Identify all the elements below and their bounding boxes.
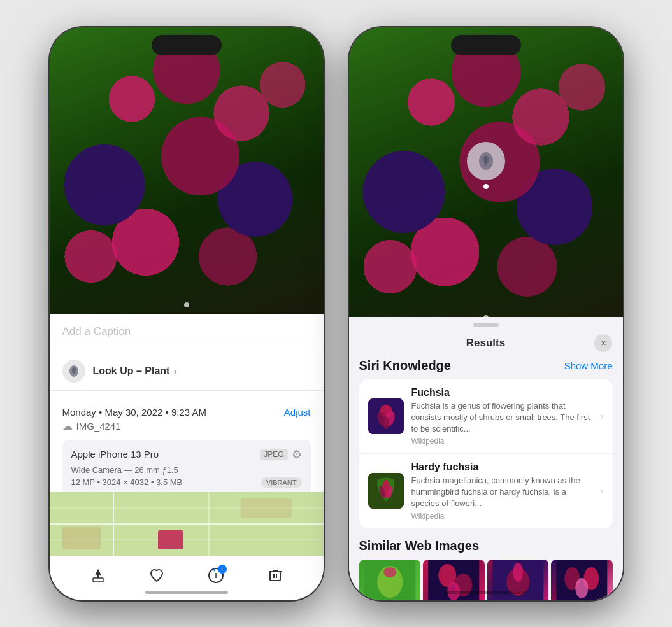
right-phone-screen: Results × Siri Knowledge Show More <box>349 27 623 600</box>
share-icon[interactable] <box>90 568 106 587</box>
photo-area-left[interactable] <box>50 27 324 314</box>
lookup-chevron: › <box>174 366 177 376</box>
visual-lookup-dot <box>483 184 489 189</box>
results-body: Siri Knowledge Show More <box>349 358 623 600</box>
svg-rect-9 <box>241 498 292 518</box>
info-icon[interactable]: i i <box>208 567 224 588</box>
date-row: Monday • May 30, 2022 • 9:23 AM Adjust <box>62 407 311 418</box>
device-header: Apple iPhone 13 Pro JPEG ⚙ <box>71 447 302 461</box>
right-phone: Results × Siri Knowledge Show More <box>349 27 623 600</box>
hardy-thumbnail <box>368 473 404 509</box>
left-phone: Add a Caption Look Up – Plant › <box>50 27 324 600</box>
lookup-label: Look Up – Plant › <box>93 365 177 377</box>
cloud-icon: ☁ <box>62 420 73 432</box>
results-handle[interactable] <box>473 323 499 327</box>
fuchsia-item[interactable]: Fuchsia Fuchsia is a genus of flowering … <box>359 379 613 454</box>
svg-rect-15 <box>270 572 280 581</box>
left-toolbar: i i <box>50 562 324 588</box>
hardy-content: Hardy fuchsia Fuchsia magellanica, commo… <box>411 461 593 521</box>
fuchsia-content: Fuchsia Fuchsia is a genus of flowering … <box>411 387 593 446</box>
dynamic-island-left <box>152 35 222 55</box>
hardy-source: Wikipedia <box>411 512 593 521</box>
lookup-icon <box>62 360 85 383</box>
results-panel: Results × Siri Knowledge Show More <box>349 317 623 600</box>
hardy-title: Hardy fuchsia <box>411 461 593 473</box>
hardy-desc: Fuchsia magellanica, commonly known as t… <box>411 475 593 510</box>
similar-image-2[interactable] <box>423 560 485 600</box>
home-indicator-left <box>145 591 228 594</box>
flower-photo-left <box>50 27 324 314</box>
svg-point-32 <box>383 567 396 577</box>
svg-point-39 <box>513 563 523 582</box>
camera-spec: Wide Camera — 26 mm ƒ1.5 <box>71 465 302 475</box>
photo-date: Monday • May 30, 2022 • 9:23 AM <box>62 407 206 418</box>
similar-image-3[interactable] <box>487 560 549 600</box>
camera-spec2: 12 MP • 3024 × 4032 • 3.5 MB VIBRANT <box>71 477 302 488</box>
favorite-icon[interactable] <box>149 568 164 587</box>
adjust-button[interactable]: Adjust <box>284 407 311 418</box>
lookup-bold: Look Up – <box>93 365 142 376</box>
flower-overlay-left <box>50 27 324 314</box>
gear-icon: ⚙ <box>292 447 302 461</box>
similar-image-4[interactable] <box>551 560 613 600</box>
device-badges: JPEG ⚙ <box>260 447 301 461</box>
svg-point-25 <box>383 416 389 429</box>
hardy-chevron: › <box>600 485 603 497</box>
svg-rect-12 <box>93 578 103 582</box>
device-name: Apple iPhone 13 Pro <box>71 449 159 460</box>
fuchsia-desc: Fuchsia is a genus of flowering plants t… <box>411 400 593 435</box>
tone-badge: VIBRANT <box>261 477 302 488</box>
visual-lookup-button[interactable] <box>467 142 505 180</box>
photo-area-right[interactable] <box>349 27 623 327</box>
caption-placeholder: Add a Caption <box>62 325 131 337</box>
dynamic-island-right <box>451 35 521 55</box>
similar-title: Similar Web Images <box>359 539 613 553</box>
left-phone-screen: Add a Caption Look Up – Plant › <box>50 27 324 600</box>
results-header: Results × <box>349 330 623 358</box>
svg-rect-10 <box>158 530 183 549</box>
close-button[interactable]: × <box>594 334 612 352</box>
lookup-row[interactable]: Look Up – Plant › <box>50 352 324 391</box>
fuchsia-thumbnail <box>368 398 404 434</box>
svg-rect-8 <box>62 527 101 549</box>
similar-images-row <box>359 560 613 600</box>
knowledge-card: Fuchsia Fuchsia is a genus of flowering … <box>359 379 613 528</box>
info-badge: i <box>218 565 227 574</box>
results-title: Results <box>466 337 505 349</box>
svg-point-43 <box>575 578 588 598</box>
fuchsia-title: Fuchsia <box>411 387 593 398</box>
svg-text:i: i <box>215 572 217 579</box>
photo-indicator-left <box>184 302 189 307</box>
home-indicator-right <box>445 591 527 594</box>
siri-knowledge-header: Siri Knowledge Show More <box>359 358 613 373</box>
show-more-button[interactable]: Show More <box>564 360 613 371</box>
lookup-plant: Plant <box>142 365 170 376</box>
hardy-fuchsia-item[interactable]: Hardy fuchsia Fuchsia magellanica, commo… <box>359 454 613 528</box>
delete-icon[interactable] <box>268 568 283 587</box>
fuchsia-chevron: › <box>600 411 603 422</box>
similar-image-1[interactable] <box>359 560 421 600</box>
filename-row: ☁ IMG_4241 <box>62 420 311 432</box>
megapixels: 12 MP • 3024 × 4032 • 3.5 MB <box>71 477 183 487</box>
map-area[interactable] <box>50 492 324 556</box>
filename: IMG_4241 <box>76 421 121 432</box>
format-badge: JPEG <box>260 449 287 460</box>
caption-area[interactable]: Add a Caption <box>50 314 324 346</box>
fuchsia-source: Wikipedia <box>411 437 593 446</box>
siri-knowledge-title: Siri Knowledge <box>359 358 451 373</box>
